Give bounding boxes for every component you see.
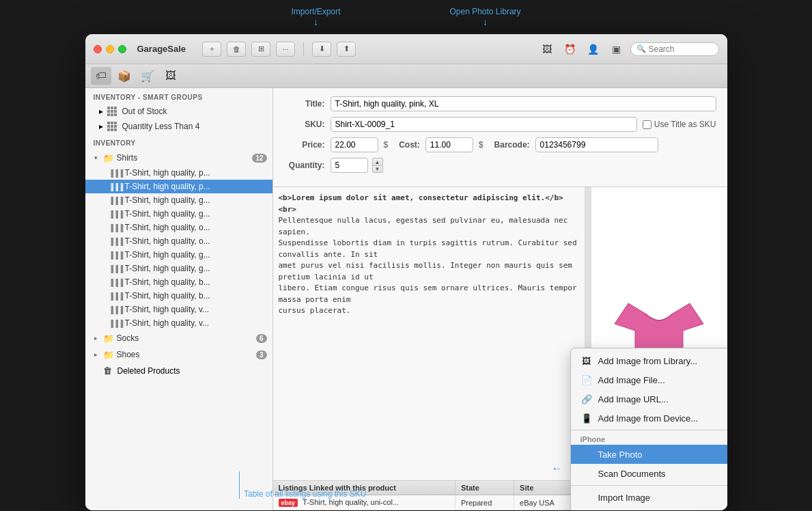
product-item-7[interactable]: ▌▌▌ T-Shirt, high quality, g...: [85, 248, 272, 262]
import-image-icon: [580, 491, 593, 503]
use-title-as-sku-label: Use Title as SKU: [643, 120, 716, 129]
socks-disclosure[interactable]: [92, 334, 100, 342]
product-item-1[interactable]: ▌▌▌ T-Shirt, high quality, p...: [85, 166, 272, 180]
more-button[interactable]: ···: [276, 42, 295, 57]
add-from-library-label: Add Image from Library...: [598, 356, 698, 366]
delete-button[interactable]: 🗑: [227, 42, 246, 57]
title-input[interactable]: [331, 96, 716, 111]
stepper-up[interactable]: ▲: [372, 158, 383, 165]
barcode-input[interactable]: [535, 137, 658, 152]
shirts-folder-icon: 📁: [103, 152, 114, 163]
smart-groups-header: INVENTORY - SMART GROUPS: [85, 88, 272, 104]
export-button[interactable]: ⬆: [337, 42, 356, 57]
product-name-5: T-Shirt, high quality, o...: [125, 223, 210, 232]
product-item-4[interactable]: ▌▌▌ T-Shirt, high quality, g...: [85, 207, 272, 221]
product-name-2: T-Shirt, high quality, p...: [125, 182, 210, 191]
menu-add-from-library[interactable]: 🖼 Add Image from Library...: [571, 351, 727, 370]
stepper-down[interactable]: ▼: [372, 165, 383, 173]
product-item-3[interactable]: ▌▌▌ T-Shirt, high quality, g...: [85, 193, 272, 207]
right-panel: Title: SKU: Use Title as SKU Price:: [273, 88, 727, 510]
add-from-library-icon: 🖼: [580, 355, 593, 367]
search-input[interactable]: [649, 44, 713, 54]
shirts-disclosure[interactable]: [92, 154, 100, 162]
folder-shirts[interactable]: 📁 Shirts 12: [85, 150, 272, 166]
product-item-2[interactable]: ▌▌▌ T-Shirt, high quality, p...: [85, 180, 272, 193]
main-window: GarageSale ＋ 🗑 ⊞ ··· ⬇ ⬆ 🖼 ⏰ 👤 ▣ 🔍: [85, 34, 727, 510]
sku-input[interactable]: [331, 117, 637, 132]
ebay-badge: ebay: [279, 499, 298, 507]
description-area[interactable]: <b>Lorem ipsum dolor sit amet, consectet…: [273, 187, 585, 480]
add-image-file-icon: 📄: [580, 374, 593, 386]
product-item-9[interactable]: ▌▌▌ T-Shirt, high quality, b...: [85, 275, 272, 289]
folder-shoes[interactable]: 📁 Shoes 3: [85, 346, 272, 363]
product-item-6[interactable]: ▌▌▌ T-Shirt, high quality, o...: [85, 234, 272, 248]
close-button[interactable]: [94, 45, 102, 53]
quantity-stepper[interactable]: ▲ ▼: [372, 158, 383, 173]
folder-socks[interactable]: 📁 Socks 6: [85, 330, 272, 346]
menu-add-from-device[interactable]: 📱 Add Image from Device...: [571, 409, 727, 428]
duplicate-button[interactable]: ⊞: [251, 42, 270, 57]
product-item-5[interactable]: ▌▌▌ T-Shirt, high quality, o...: [85, 221, 272, 234]
product-name-3: T-Shirt, high quality, g...: [125, 195, 210, 205]
tab-photos[interactable]: 🖼: [160, 67, 181, 85]
add-from-device-label: Add Image from Device...: [598, 413, 699, 424]
search-icon: 🔍: [636, 44, 646, 53]
inventory-header: INVENTORY: [85, 134, 272, 150]
schedule-button[interactable]: ⏰: [561, 42, 580, 57]
product-name-12: T-Shirt, high quality, v...: [125, 318, 210, 328]
cost-input[interactable]: [425, 137, 473, 152]
product-item-12[interactable]: ▌▌▌ T-Shirt, high quality, v...: [85, 316, 272, 330]
shoes-disclosure[interactable]: [92, 350, 100, 359]
take-photo-label: Take Photo: [598, 450, 643, 460]
use-title-as-sku-checkbox[interactable]: [643, 120, 652, 129]
barcode-icon-4: ▌▌▌: [111, 210, 121, 218]
tab-tags[interactable]: 🏷: [91, 67, 111, 85]
profile-button[interactable]: 👤: [584, 42, 603, 57]
product-name-1: T-Shirt, high quality, p...: [125, 168, 210, 178]
menu-import-image[interactable]: Import Image: [571, 488, 727, 507]
annotation-line: [239, 471, 240, 499]
disclosure-qty[interactable]: ▸: [99, 122, 103, 131]
scan-documents-label: Scan Documents: [598, 469, 666, 479]
sidebar-item-qty-less-than[interactable]: ▸ Quantity Less Than 4: [85, 119, 272, 134]
add-button[interactable]: ＋: [202, 42, 221, 57]
menu-capture-selection[interactable]: Capture Selection from Screen: [571, 507, 727, 510]
disclosure-out-of-stock[interactable]: ▸: [99, 107, 103, 116]
deleted-products-item[interactable]: 🗑 Deleted Products: [85, 363, 272, 378]
menu-add-image-file[interactable]: 📄 Add Image File...: [571, 370, 727, 389]
prev-arrow[interactable]: ←: [552, 462, 563, 475]
sidebar-item-out-of-stock[interactable]: ▸ Out of Stock: [85, 104, 272, 119]
quantity-input[interactable]: [331, 158, 368, 173]
import-export-button[interactable]: ⬇: [312, 42, 331, 57]
trash-icon: 🗑: [103, 365, 112, 376]
menu-scan-documents[interactable]: Scan Documents: [571, 464, 727, 483]
barcode-label: Barcode:: [494, 140, 530, 150]
title-row: Title:: [284, 96, 716, 111]
product-item-8[interactable]: ▌▌▌ T-Shirt, high quality, g...: [85, 262, 272, 275]
product-item-10[interactable]: ▌▌▌ T-Shirt, high quality, b...: [85, 289, 272, 303]
deleted-products-label: Deleted Products: [117, 366, 180, 376]
tab-inventory[interactable]: 📦: [114, 67, 135, 85]
minimize-button[interactable]: [106, 45, 114, 53]
tab-cart[interactable]: 🛒: [137, 67, 158, 85]
menu-take-photo[interactable]: Take Photo: [571, 445, 727, 464]
shirts-folder-name: Shirts: [117, 153, 250, 163]
search-box: 🔍: [630, 42, 719, 56]
barcode-icon-1: ▌▌▌: [111, 169, 121, 177]
shoes-count: 3: [256, 350, 267, 359]
price-input[interactable]: [331, 137, 378, 152]
import-image-label: Import Image: [598, 493, 651, 503]
fullscreen-button[interactable]: [118, 45, 126, 53]
scan-documents-icon: [580, 467, 593, 480]
socks-count: 6: [256, 334, 267, 343]
product-name-11: T-Shirt, high quality, v...: [125, 305, 210, 314]
title-label: Title:: [284, 99, 325, 109]
main-content: INVENTORY - SMART GROUPS ▸ Out of Stock: [85, 88, 727, 510]
view-button[interactable]: ▣: [607, 42, 626, 57]
listing-name-text: T-Shirt, high quality, uni-col...: [303, 498, 399, 506]
barcode-icon-5: ▌▌▌: [111, 224, 121, 232]
use-title-as-sku-text: Use Title as SKU: [654, 120, 716, 129]
photo-library-button[interactable]: 🖼: [537, 42, 557, 57]
product-item-11[interactable]: ▌▌▌ T-Shirt, high quality, v...: [85, 303, 272, 316]
menu-add-image-url[interactable]: 🔗 Add Image URL...: [571, 389, 727, 409]
